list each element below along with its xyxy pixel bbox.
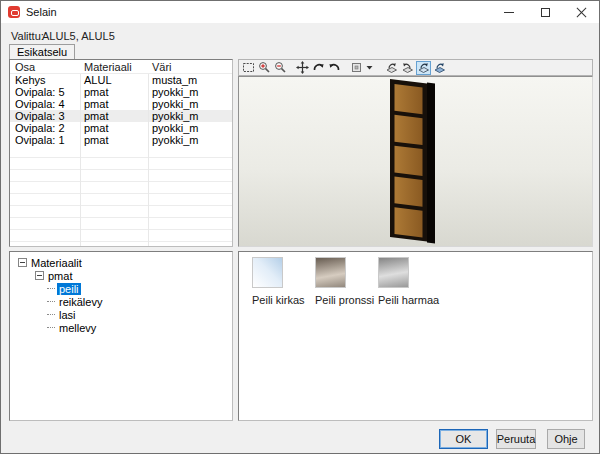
- view-3-icon: [417, 61, 430, 74]
- cell-vari: pyokki_m: [148, 98, 232, 110]
- table-row[interactable]: Ovipala: 4 pmat pyokki_m: [10, 98, 232, 110]
- empty-grid-rows: [10, 146, 232, 246]
- cell-osa: Ovipala: 1: [10, 134, 80, 146]
- selected-label: Valittu:: [11, 30, 44, 42]
- view-preset-icon: [350, 61, 363, 74]
- minimize-button[interactable]: [491, 1, 527, 23]
- app-icon: [8, 6, 20, 18]
- swatch-label: Peili kirkas: [252, 294, 315, 306]
- maximize-icon: [541, 8, 550, 17]
- tree-connector: [47, 301, 55, 302]
- tree-node-reikalevy[interactable]: reikälevy: [10, 295, 232, 308]
- zoom-out-icon: [274, 61, 287, 74]
- table-row[interactable]: Kehys ALUL musta_m: [10, 74, 232, 86]
- rotate-right-icon: [312, 61, 325, 74]
- materials-tree: Materiaalit pmat peili reikälevy lasi me…: [10, 252, 232, 334]
- cell-vari: pyokki_m: [148, 110, 232, 122]
- parts-table: Osa Materiaali Väri Kehys ALUL musta_m O…: [9, 59, 233, 247]
- cancel-button[interactable]: Peruuta: [496, 429, 536, 449]
- table-row-selected[interactable]: Ovipala: 3 pmat pyokki_m: [10, 110, 232, 122]
- tree-label: lasi: [57, 309, 78, 321]
- cell-materiaali: ALUL: [80, 74, 148, 86]
- table-row[interactable]: Ovipala: 5 pmat pyokki_m: [10, 86, 232, 98]
- view-preset-button[interactable]: [349, 61, 364, 75]
- cell-materiaali: pmat: [80, 134, 148, 146]
- preview-viewport[interactable]: [238, 76, 593, 247]
- table-row[interactable]: Ovipala: 2 pmat pyokki_m: [10, 122, 232, 134]
- swatch-peili-kirkas[interactable]: Peili kirkas: [252, 257, 315, 306]
- view-3-button[interactable]: [416, 61, 431, 75]
- swatch-image: [252, 257, 283, 288]
- cell-vari: pyokki_m: [148, 122, 232, 134]
- help-button[interactable]: Ohje: [547, 429, 585, 449]
- swatch-label: Peili harmaa: [378, 294, 441, 306]
- pan-icon: [296, 61, 309, 74]
- door-3d-model: [239, 77, 592, 246]
- window-controls: [491, 1, 599, 23]
- tree-node-mellevy[interactable]: mellevy: [10, 321, 232, 334]
- titlebar: Selain: [1, 1, 599, 23]
- cell-materiaali: pmat: [80, 98, 148, 110]
- pan-button[interactable]: [295, 61, 310, 75]
- collapse-icon[interactable]: [35, 271, 44, 280]
- parts-table-body: Kehys ALUL musta_m Ovipala: 5 pmat pyokk…: [10, 74, 232, 246]
- grid-vline: [148, 74, 149, 246]
- rotate-left-button[interactable]: [327, 61, 342, 75]
- zoom-window-button[interactable]: [241, 61, 256, 75]
- zoom-out-button[interactable]: [273, 61, 288, 75]
- tree-label-selected: peili: [57, 283, 81, 295]
- cell-vari: musta_m: [148, 74, 232, 86]
- rotate-right-button[interactable]: [311, 61, 326, 75]
- zoom-in-button[interactable]: [257, 61, 272, 75]
- zoom-in-icon: [258, 61, 271, 74]
- rotate-left-icon: [328, 61, 341, 74]
- swatch-image: [315, 257, 346, 288]
- tree-label: reikälevy: [57, 296, 104, 308]
- view-4-button[interactable]: [432, 61, 447, 75]
- tree-node-materiaalit[interactable]: Materiaalit: [10, 256, 232, 269]
- minimize-icon: [504, 12, 514, 13]
- selected-value: ALUL5, ALUL5: [42, 30, 115, 42]
- tab-esikatselu[interactable]: Esikatselu: [9, 44, 75, 59]
- tree-node-pmat[interactable]: pmat: [10, 269, 232, 282]
- tree-node-peili[interactable]: peili: [10, 282, 232, 295]
- material-swatches-panel: Peili kirkas Peili pronssi Peili harmaa: [238, 251, 593, 421]
- view-2-icon: [401, 61, 414, 74]
- swatch-label: Peili pronssi: [315, 294, 378, 306]
- preview-toolbar: [238, 59, 593, 76]
- window-title: Selain: [26, 6, 57, 18]
- close-button[interactable]: [563, 1, 599, 23]
- view-preset-dropdown[interactable]: [365, 61, 374, 75]
- cell-osa: Ovipala: 2: [10, 122, 80, 134]
- tree-connector: [47, 327, 55, 328]
- collapse-icon[interactable]: [18, 258, 27, 267]
- swatch-image: [378, 257, 409, 288]
- chevron-down-icon: [366, 65, 373, 70]
- materials-tree-panel: Materiaalit pmat peili reikälevy lasi me…: [9, 251, 233, 421]
- swatch-peili-harmaa[interactable]: Peili harmaa: [378, 257, 441, 306]
- view-2-button[interactable]: [400, 61, 415, 75]
- parts-table-header: Osa Materiaali Väri: [10, 60, 232, 74]
- grid-vline: [80, 74, 81, 246]
- view-1-icon: [385, 61, 398, 74]
- column-header-materiaali[interactable]: Materiaali: [80, 60, 148, 73]
- view-1-button[interactable]: [384, 61, 399, 75]
- column-header-osa[interactable]: Osa: [10, 60, 80, 73]
- cell-osa: Ovipala: 3: [10, 110, 80, 122]
- cell-materiaali: pmat: [80, 110, 148, 122]
- zoom-window-icon: [242, 61, 255, 74]
- tree-node-lasi[interactable]: lasi: [10, 308, 232, 321]
- tree-label: Materiaalit: [31, 257, 82, 269]
- column-header-vari[interactable]: Väri: [148, 60, 232, 73]
- cell-materiaali: pmat: [80, 122, 148, 134]
- swatch-peili-pronssi[interactable]: Peili pronssi: [315, 257, 378, 306]
- cell-osa: Ovipala: 5: [10, 86, 80, 98]
- selain-dialog: Selain Valittu: ALUL5, ALUL5 Esikatselu …: [0, 0, 600, 454]
- ok-button[interactable]: OK: [439, 429, 488, 449]
- maximize-button[interactable]: [527, 1, 563, 23]
- tree-connector: [47, 288, 55, 289]
- close-icon: [576, 7, 587, 18]
- view-4-icon: [433, 61, 446, 74]
- cell-vari: pyokki_m: [148, 86, 232, 98]
- table-row[interactable]: Ovipala: 1 pmat pyokki_m: [10, 134, 232, 146]
